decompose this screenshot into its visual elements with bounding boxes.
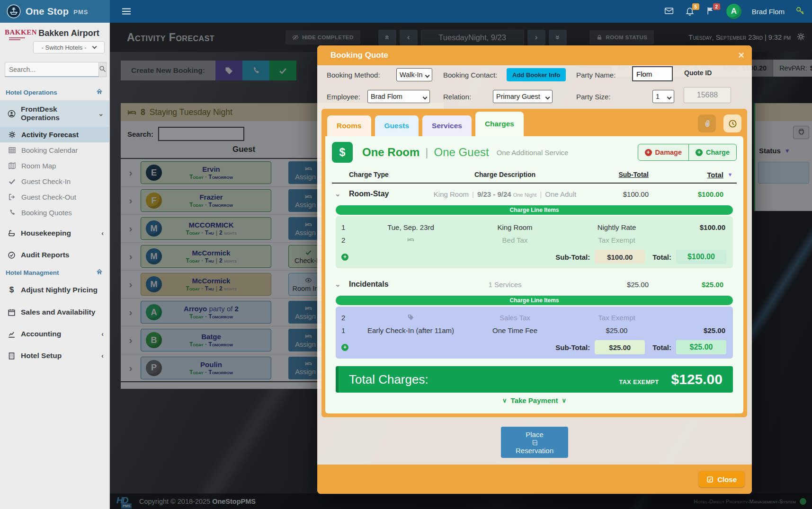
line-total: $100.00 — [676, 250, 726, 264]
home-icon — [96, 88, 103, 97]
charges-tab-content: $ One Room | One Guest One Additional Se… — [325, 136, 743, 413]
charges-table-header: Charge Type Charge Description Sub-Total… — [332, 167, 737, 183]
sidebar-group-hotel-setup[interactable]: Hotel Setup‹ — [0, 347, 109, 365]
attachment-paperclip-icon[interactable] — [698, 114, 716, 132]
column-sub-total[interactable]: Sub-Total — [578, 171, 649, 178]
add-line-item-icon[interactable] — [341, 254, 348, 261]
bed-icon — [357, 236, 464, 245]
chevron-down-icon: ∨ — [502, 397, 507, 404]
building-icon — [8, 352, 16, 360]
hotel-header: BAKKEN Bakken Airport - Switch Hotels - — [0, 23, 109, 57]
summary-guests: One Guest — [434, 146, 489, 159]
add-damage-button[interactable]: Damage — [638, 144, 689, 160]
check-circle-icon — [8, 251, 16, 259]
line-item-row: 2 Sales Tax Tax Exempt — [341, 311, 727, 324]
user-avatar[interactable]: A — [726, 4, 741, 19]
collapse-chevron-icon[interactable]: ⌄ — [332, 190, 349, 198]
tab-rooms[interactable]: Rooms — [327, 115, 371, 136]
tag-icon — [357, 314, 464, 322]
column-total[interactable]: Total — [649, 171, 723, 179]
navbar-right: 5 2 A Brad Flom — [664, 4, 812, 19]
home-icon — [96, 269, 103, 277]
booking-quote-modal: Booking Quote × Booking Method: Walk-In … — [317, 45, 752, 494]
section-hotel-management: Hotel Managment — [0, 264, 109, 281]
brand-area: One Stop PMS — [0, 0, 110, 23]
calendar-icon — [8, 308, 16, 316]
sidebar-item-audit-reports[interactable]: Audit Reports — [0, 246, 109, 264]
app-logo-icon — [7, 4, 21, 18]
modal-footer: Close — [317, 465, 752, 494]
quote-id-label: Quote ID — [684, 69, 712, 77]
booking-method-select[interactable]: Walk-In — [396, 68, 432, 81]
modal-title: Booking Quote — [330, 51, 388, 60]
collapse-chevron-icon[interactable]: ⌄ — [332, 280, 349, 289]
history-clock-icon[interactable] — [723, 114, 741, 132]
relation-select[interactable]: Primary Guest — [493, 90, 553, 103]
sidebar-item-guest-check-out[interactable]: Guest Check-Out — [0, 189, 109, 205]
gear-icon — [8, 131, 16, 139]
tax-exempt-badge: Tax Exempt — [619, 379, 659, 386]
close-button[interactable]: Close — [699, 471, 744, 487]
booking-form: Booking Method: Walk-In Booking Contact:… — [317, 65, 752, 111]
flag-icon[interactable]: 2 — [705, 6, 716, 17]
relation-label: Relation: — [443, 93, 471, 101]
party-size-label: Party Size: — [576, 93, 611, 101]
quote-id-value: 15688 — [684, 87, 731, 103]
sort-desc-icon[interactable]: ▼ — [723, 172, 737, 177]
notifications-bell-icon[interactable]: 5 — [685, 6, 695, 17]
sidebar-item-guest-check-in[interactable]: Guest Check-In — [0, 174, 109, 189]
sidebar-item-booking-calendar[interactable]: Booking Calendar — [0, 142, 109, 158]
take-payment-toggle[interactable]: ∨ Take Payment ∨ — [332, 395, 737, 406]
sidebar-item-adjust-nightly-pricing[interactable]: $Adjust Nightly Pricing — [0, 281, 109, 299]
brand-suffix: PMS — [73, 9, 88, 16]
close-icon[interactable]: × — [738, 50, 744, 61]
line-total: $25.00 — [676, 340, 726, 354]
line-item-row: 1 Tue, Sep. 23rd King Room Nightly Rate … — [341, 221, 727, 234]
add-charge-button[interactable]: Charge — [689, 144, 736, 160]
brand-name: One Stop — [26, 6, 69, 17]
employee-label: Employee: — [327, 93, 360, 101]
modal-header: Booking Quote × — [317, 45, 752, 65]
party-name-input[interactable] — [632, 66, 673, 81]
key-icon[interactable] — [795, 6, 805, 17]
sidebar-search-input[interactable] — [5, 62, 99, 77]
chevron-down-icon: ⌄ — [98, 110, 104, 117]
add-line-item-icon[interactable] — [341, 344, 348, 351]
mail-icon[interactable] — [664, 6, 674, 17]
user-name[interactable]: Brad Flom — [752, 8, 785, 16]
top-navbar: One Stop PMS 5 2 A Brad Flom — [0, 0, 812, 23]
line-item-row: 2 Bed Tax Tax Exempt — [341, 234, 727, 246]
sidebar-group-frontdesk-operations[interactable]: FrontDesk Operations ⌄ — [0, 100, 109, 127]
quote-tabs-container: Rooms Guests Services Charges $ One Room… — [321, 109, 747, 417]
tab-services[interactable]: Services — [422, 115, 472, 136]
chevron-down-icon: ∨ — [562, 397, 566, 404]
summary-rooms: One Room — [362, 146, 419, 159]
tab-guests[interactable]: Guests — [375, 115, 419, 136]
tab-charges[interactable]: Charges — [475, 112, 524, 136]
add-booker-info-button[interactable]: Add Booker Info — [507, 68, 566, 81]
search-icon[interactable] — [99, 62, 107, 77]
column-charge-type: Charge Type — [349, 171, 432, 178]
booking-contact-label: Booking Contact: — [443, 71, 497, 79]
sidebar-group-accounting[interactable]: Accounting‹ — [0, 325, 109, 343]
section-hotel-operations: Hotel Operations — [0, 84, 109, 100]
line-item-row: 1 Early Check-In (after 11am) One Time F… — [341, 324, 727, 337]
phone-icon — [8, 209, 16, 217]
sidebar-item-booking-quotes[interactable]: Booking Quotes — [0, 205, 109, 220]
menu-toggle-icon[interactable] — [120, 5, 133, 18]
chevron-left-icon: ‹ — [101, 330, 104, 338]
dollar-icon: $ — [332, 142, 353, 163]
employee-select[interactable]: Brad Flom — [367, 90, 430, 103]
switch-hotels-select[interactable]: - Switch Hotels - — [33, 41, 105, 53]
party-name-label: Party Name: — [576, 71, 616, 79]
user-circle-icon — [8, 110, 16, 118]
sidebar-group-housekeeping[interactable]: Housekeeping‹ — [0, 224, 109, 242]
summary-services: One Additional Service — [497, 149, 569, 157]
sidebar-item-room-map[interactable]: Room Map — [0, 158, 109, 174]
flag-badge: 2 — [713, 3, 720, 10]
sidebar-item-sales-and-availability[interactable]: Sales and Availability — [0, 303, 109, 321]
sidebar-item-activity-forecast[interactable]: Activity Forecast — [0, 127, 109, 142]
party-size-select[interactable]: 1 — [652, 90, 674, 103]
check-square-icon — [706, 476, 714, 483]
place-reservation-button[interactable]: Place Reservation — [501, 427, 568, 458]
